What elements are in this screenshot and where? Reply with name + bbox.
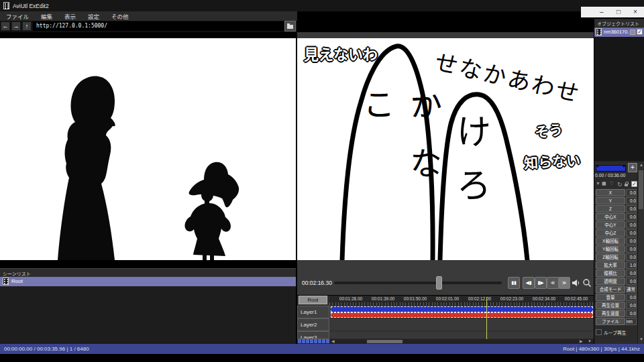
- property-value-volume[interactable]: 0.0: [626, 294, 637, 301]
- property-button-rot-z[interactable]: Z軸回転: [596, 253, 625, 261]
- window-title: AviUtl ExEdit2: [13, 3, 49, 9]
- property-button-play-speed[interactable]: 再生速度: [596, 310, 625, 317]
- property-value-center-z[interactable]: 0.0: [626, 229, 637, 237]
- collapse-icon[interactable]: ▼: [596, 181, 600, 186]
- speaker-icon[interactable]: [572, 279, 580, 287]
- loop-play-checkbox[interactable]: [596, 329, 602, 335]
- object-visible-checkbox[interactable]: ✓: [637, 29, 643, 35]
- app-icon: [3, 2, 9, 9]
- scroll-down-icon[interactable]: ▼: [639, 337, 643, 342]
- property-value-scale[interactable]: 1.0: [626, 261, 637, 269]
- property-button-center-z[interactable]: 中心Z: [596, 229, 625, 237]
- menu-file[interactable]: ファイル: [0, 12, 35, 20]
- maximize-button[interactable]: □: [616, 8, 621, 16]
- property-value-rot-z[interactable]: 0.0: [626, 253, 637, 261]
- next-frame-button[interactable]: ▮▶: [535, 277, 547, 289]
- timeline-zoom-gauge[interactable]: [298, 339, 330, 343]
- property-button-rot-x[interactable]: X軸回転: [596, 237, 625, 245]
- timeline-tab-root[interactable]: Root: [299, 296, 327, 304]
- skip-back-button[interactable]: «: [547, 277, 559, 289]
- property-button-center-x[interactable]: 中心X: [596, 213, 625, 221]
- timeline-clip-audio[interactable]: [331, 312, 593, 318]
- scroll-right-icon[interactable]: ▶: [580, 339, 583, 344]
- seek-handle[interactable]: [436, 276, 442, 290]
- pause-button[interactable]: ▮▮: [508, 277, 520, 289]
- timeline-clip-video[interactable]: [331, 306, 593, 312]
- object-item[interactable]: nm360170... ✓: [594, 27, 644, 37]
- property-button-center-y[interactable]: 中心Y: [596, 221, 625, 229]
- forward-button[interactable]: →: [11, 21, 21, 31]
- scroll-left-icon[interactable]: ◀: [331, 339, 335, 344]
- prev-frame-button[interactable]: ◀▮: [523, 277, 535, 289]
- range-marker-left[interactable]: [596, 165, 600, 168]
- refresh-icon[interactable]: ↻: [617, 181, 623, 188]
- filter-enabled-checkbox[interactable]: ✓: [631, 181, 637, 187]
- property-value-opacity[interactable]: 0.0: [626, 278, 637, 285]
- property-value-rot-x[interactable]: 0.0: [626, 237, 637, 245]
- property-button-file[interactable]: ファイル: [596, 318, 625, 325]
- range-marker-right[interactable]: [622, 165, 626, 168]
- layer2-track[interactable]: [329, 318, 594, 331]
- minimize-button[interactable]: –: [600, 8, 604, 16]
- property-button-y[interactable]: Y: [596, 197, 625, 204]
- property-button-play-position[interactable]: 再生位置: [596, 302, 625, 309]
- property-value-aspect[interactable]: 0.0: [626, 269, 637, 277]
- property-button-x[interactable]: X: [596, 189, 625, 196]
- pause-icon: ▮▮: [511, 280, 517, 286]
- property-value-center-x[interactable]: 0.0: [626, 213, 637, 221]
- up-button[interactable]: ↑: [22, 21, 32, 31]
- timeline-scroll-thumb[interactable]: [367, 340, 402, 343]
- scene-item-root[interactable]: Root: [0, 277, 296, 286]
- caption-sou: そう: [533, 119, 564, 142]
- property-value-x[interactable]: 0.0: [626, 189, 637, 196]
- property-value-center-y[interactable]: 0.0: [626, 221, 637, 229]
- zoom-icon[interactable]: [582, 278, 592, 288]
- object-flag-box[interactable]: [630, 29, 635, 35]
- ruler-label: 00:02:34.00: [533, 296, 555, 301]
- playback-time: 00:02:16.30: [302, 280, 332, 286]
- seek-bar[interactable]: [334, 282, 502, 284]
- close-button[interactable]: ×: [633, 8, 637, 16]
- property-button-blend-mode[interactable]: 合成モード: [596, 286, 625, 293]
- open-folder-button[interactable]: [284, 21, 296, 32]
- playhead[interactable]: [486, 297, 487, 344]
- menu-view[interactable]: 表示: [58, 12, 82, 20]
- url-input[interactable]: http://127.0.0.1:5000/: [33, 21, 284, 31]
- menu-edit[interactable]: 編集: [35, 12, 58, 20]
- property-button-aspect[interactable]: 縦横比: [596, 269, 625, 277]
- timeline-scrollbar[interactable]: ◀ ▶ ▼: [297, 339, 594, 344]
- video-filter-icon[interactable]: ▦: [602, 181, 606, 186]
- scroll-up-icon[interactable]: ▲: [639, 163, 643, 168]
- loop-play-row: ループ再生: [594, 328, 644, 337]
- property-value-z[interactable]: 0.0: [626, 205, 637, 213]
- property-button-z[interactable]: Z: [596, 205, 625, 213]
- property-value-file[interactable]: nm: [626, 318, 637, 325]
- property-value-y[interactable]: 0.0: [626, 197, 637, 204]
- property-value-rot-y[interactable]: 0.0: [626, 245, 637, 253]
- property-button-volume[interactable]: 音量: [596, 294, 625, 301]
- property-value-play-speed[interactable]: 0.0: [626, 310, 637, 317]
- silhouette-child-leg: [203, 254, 207, 260]
- property-scrollbar[interactable]: ▲ ▼: [637, 162, 644, 344]
- skip-forward-button[interactable]: »: [558, 277, 570, 289]
- layer3-track[interactable]: [329, 331, 594, 339]
- layer2-label[interactable]: Layer2: [297, 318, 329, 331]
- property-value-play-position[interactable]: 0.0: [626, 302, 637, 309]
- layer1-label[interactable]: Layer1: [297, 306, 329, 318]
- menu-others[interactable]: その他: [105, 12, 135, 20]
- menu-settings[interactable]: 設定: [82, 12, 105, 20]
- layer3-label[interactable]: Layer3: [297, 331, 329, 339]
- object-range-trackbar[interactable]: [596, 165, 626, 172]
- property-button-opacity[interactable]: 透明度: [596, 278, 625, 285]
- timeline-menu-icon[interactable]: ▼: [588, 339, 592, 344]
- audio-filter-icon[interactable]: ▽: [610, 181, 613, 186]
- property-button-rot-y[interactable]: Y軸回転: [596, 245, 625, 253]
- property-scroll-thumb[interactable]: [639, 170, 643, 209]
- ruler-label: 00:01:50.00: [404, 296, 427, 301]
- lock-icon[interactable]: [625, 184, 628, 186]
- loop-play-label: ループ再生: [604, 329, 627, 336]
- add-property-button[interactable]: +: [628, 163, 637, 172]
- back-button[interactable]: ←: [1, 21, 10, 31]
- property-button-scale[interactable]: 拡大率: [596, 261, 625, 269]
- property-value-blend-mode[interactable]: 通常: [626, 286, 637, 293]
